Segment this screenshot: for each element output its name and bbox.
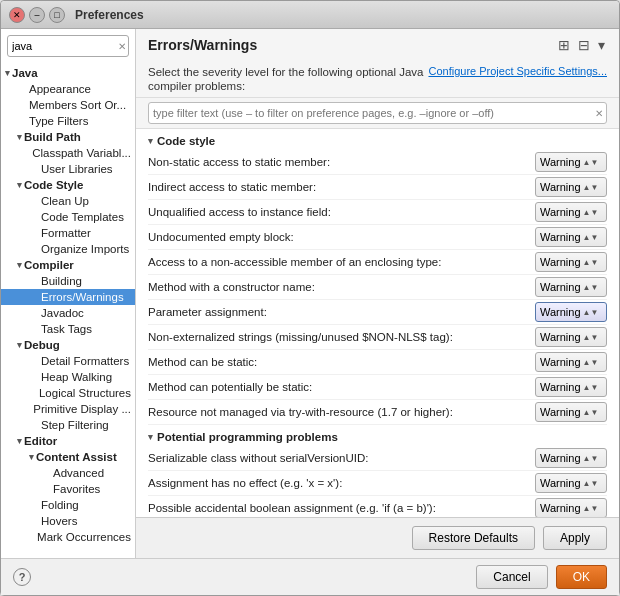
sidebar-item-formatter[interactable]: Formatter: [1, 225, 135, 241]
sidebar-item-build-path[interactable]: ▾Build Path: [1, 129, 135, 145]
setting-row-method-static: Method can be static:Warning▲▼: [148, 350, 607, 375]
tree-item-label: Classpath Variabl...: [32, 147, 131, 159]
sidebar-item-type-filters[interactable]: Type Filters: [1, 113, 135, 129]
sidebar-item-favorites[interactable]: Favorites: [1, 481, 135, 497]
sidebar-item-building[interactable]: Building: [1, 273, 135, 289]
sidebar-item-user-libraries[interactable]: User Libraries: [1, 161, 135, 177]
sidebar-item-task-tags[interactable]: Task Tags: [1, 321, 135, 337]
tree-item-label: Mark Occurrences: [37, 531, 131, 543]
warning-dropdown-non-externalized[interactable]: Warning▲▼: [535, 327, 607, 347]
filter-clear-icon[interactable]: ✕: [595, 108, 603, 119]
filter-input[interactable]: [148, 102, 607, 124]
sidebar-item-compiler[interactable]: ▾Compiler: [1, 257, 135, 273]
tree-item-label: Advanced: [53, 467, 104, 479]
tree-item-label: Compiler: [24, 259, 74, 271]
warning-value: Warning: [540, 406, 581, 418]
search-clear-icon[interactable]: ✕: [118, 41, 126, 52]
config-project-link[interactable]: Configure Project Specific Settings...: [428, 65, 607, 77]
menu-icon[interactable]: ▾: [596, 35, 607, 55]
maximize-button[interactable]: □: [49, 7, 65, 23]
footer-buttons: Cancel OK: [476, 565, 607, 589]
tree-arrow-icon: ▾: [17, 132, 22, 142]
sidebar-item-code-style[interactable]: ▾Code Style: [1, 177, 135, 193]
close-button[interactable]: ✕: [9, 7, 25, 23]
warning-dropdown-unqualified-access[interactable]: Warning▲▼: [535, 202, 607, 222]
tree-item-label: Formatter: [41, 227, 91, 239]
cancel-button[interactable]: Cancel: [476, 565, 547, 589]
sidebar-item-classpath-var[interactable]: Classpath Variabl...: [1, 145, 135, 161]
tree-item-label: Detail Formatters: [41, 355, 129, 367]
sidebar-item-hovers[interactable]: Hovers: [1, 513, 135, 529]
tree-item-label: Javadoc: [41, 307, 84, 319]
tree-arrow-icon: ▾: [29, 452, 34, 462]
tree-item-label: Errors/Warnings: [41, 291, 124, 303]
help-icon[interactable]: ?: [13, 568, 31, 586]
sidebar-search-input[interactable]: [7, 35, 129, 57]
sidebar-item-code-templates[interactable]: Code Templates: [1, 209, 135, 225]
tree-item-label: Hovers: [41, 515, 77, 527]
tree-item-label: Content Assist: [36, 451, 117, 463]
warning-dropdown-method-static[interactable]: Warning▲▼: [535, 352, 607, 372]
preferences-window: ✕ – □ Preferences ✕ ▾JavaAppearanceMembe…: [0, 0, 620, 596]
setting-row-method-potentially-static: Method can potentially be static:Warning…: [148, 375, 607, 400]
warning-dropdown-resource-not-managed[interactable]: Warning▲▼: [535, 402, 607, 422]
setting-row-unqualified-access: Unqualified access to instance field:War…: [148, 200, 607, 225]
section-header-potential-programming: ▾ Potential programming problems: [148, 425, 607, 446]
sidebar-item-errors-warnings[interactable]: Errors/Warnings: [1, 289, 135, 305]
warning-dropdown-undocumented-block[interactable]: Warning▲▼: [535, 227, 607, 247]
sidebar-item-detail-formatters[interactable]: Detail Formatters: [1, 353, 135, 369]
dropdown-caret-icon: ▲▼: [583, 258, 604, 267]
sidebar-item-logical-structures[interactable]: Logical Structures: [1, 385, 135, 401]
sidebar-item-members-sort[interactable]: Members Sort Or...: [1, 97, 135, 113]
warning-dropdown-parameter-assignment[interactable]: Warning▲▼: [535, 302, 607, 322]
sidebar-item-folding[interactable]: Folding: [1, 497, 135, 513]
tree-item-label: User Libraries: [41, 163, 113, 175]
warning-value: Warning: [540, 206, 581, 218]
minimize-button[interactable]: –: [29, 7, 45, 23]
tree-item-label: Primitive Display ...: [33, 403, 131, 415]
tree-item-label: Java: [12, 67, 38, 79]
warning-dropdown-accidental-boolean[interactable]: Warning▲▼: [535, 498, 607, 517]
tree-item-label: Debug: [24, 339, 60, 351]
sidebar-item-appearance[interactable]: Appearance: [1, 81, 135, 97]
warning-value: Warning: [540, 181, 581, 193]
warning-dropdown-non-static-access[interactable]: Warning▲▼: [535, 152, 607, 172]
setting-label-resource-not-managed: Resource not managed via try-with-resour…: [148, 406, 535, 418]
warning-dropdown-method-potentially-static[interactable]: Warning▲▼: [535, 377, 607, 397]
sidebar-item-javadoc[interactable]: Javadoc: [1, 305, 135, 321]
ok-button[interactable]: OK: [556, 565, 607, 589]
restore-defaults-button[interactable]: Restore Defaults: [412, 526, 535, 550]
warning-dropdown-indirect-access[interactable]: Warning▲▼: [535, 177, 607, 197]
sidebar-item-heap-walking[interactable]: Heap Walking: [1, 369, 135, 385]
warning-dropdown-access-non-accessible[interactable]: Warning▲▼: [535, 252, 607, 272]
warning-dropdown-method-constructor[interactable]: Warning▲▼: [535, 277, 607, 297]
apply-button[interactable]: Apply: [543, 526, 607, 550]
tree-item-label: Type Filters: [29, 115, 88, 127]
expand-icon[interactable]: ⊞: [556, 35, 572, 55]
sidebar-item-advanced[interactable]: Advanced: [1, 465, 135, 481]
sidebar-item-organize-imports[interactable]: Organize Imports: [1, 241, 135, 257]
warning-dropdown-serializable-uid[interactable]: Warning▲▼: [535, 448, 607, 468]
sidebar-item-java[interactable]: ▾Java: [1, 65, 135, 81]
setting-row-indirect-access: Indirect access to static member:Warning…: [148, 175, 607, 200]
setting-label-accidental-boolean: Possible accidental boolean assignment (…: [148, 502, 535, 514]
sidebar-item-debug[interactable]: ▾Debug: [1, 337, 135, 353]
sidebar-item-step-filtering[interactable]: Step Filtering: [1, 417, 135, 433]
tree-arrow-icon: ▾: [5, 68, 10, 78]
tree-item-label: Logical Structures: [39, 387, 131, 399]
sidebar-item-primitive-display[interactable]: Primitive Display ...: [1, 401, 135, 417]
sidebar-item-mark-occurrences[interactable]: Mark Occurrences: [1, 529, 135, 545]
navigation-tree: ▾JavaAppearanceMembers Sort Or...Type Fi…: [1, 63, 135, 558]
warning-dropdown-assignment-no-effect[interactable]: Warning▲▼: [535, 473, 607, 493]
setting-label-unqualified-access: Unqualified access to instance field:: [148, 206, 535, 218]
warning-value: Warning: [540, 231, 581, 243]
setting-row-serializable-uid: Serializable class without serialVersion…: [148, 446, 607, 471]
sidebar-item-editor[interactable]: ▾Editor: [1, 433, 135, 449]
tree-item-label: Code Style: [24, 179, 83, 191]
sidebar-item-clean-up[interactable]: Clean Up: [1, 193, 135, 209]
setting-label-assignment-no-effect: Assignment has no effect (e.g. 'x = x'):: [148, 477, 535, 489]
dropdown-caret-icon: ▲▼: [583, 358, 604, 367]
sidebar-item-content-assist[interactable]: ▾Content Assist: [1, 449, 135, 465]
collapse-icon[interactable]: ⊟: [576, 35, 592, 55]
tree-item-label: Organize Imports: [41, 243, 129, 255]
